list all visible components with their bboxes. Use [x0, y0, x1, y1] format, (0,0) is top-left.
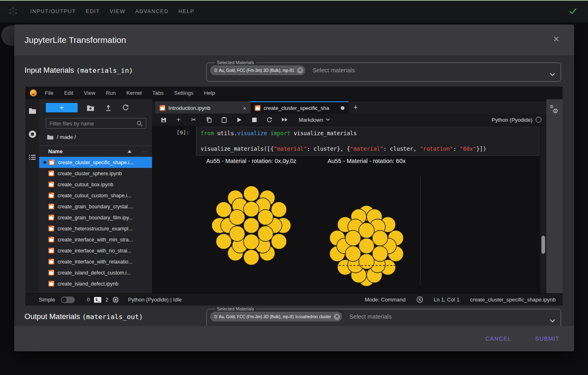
new-folder-icon[interactable]	[87, 105, 94, 111]
file-name: create_interface_with_no_strai...	[58, 248, 132, 254]
active-file-name[interactable]: create_cluster_specific_shape.ipynb	[470, 297, 556, 303]
jupyter-status-bar: Simple 0 $_ 2 Python (Pyodide) | Idle	[25, 293, 563, 306]
kernel-picker[interactable]: Python (Pyodide)	[492, 117, 541, 123]
output-caption: Au55 - Material - rotation: 0x,0y,0z	[206, 158, 297, 164]
settings-gears-icon[interactable]: ⚙⚙	[549, 105, 560, 116]
cut-cells-icon[interactable]: ✂	[190, 116, 197, 123]
notebook-scrollbar[interactable]	[540, 126, 546, 293]
running-sessions-icon[interactable]	[28, 130, 37, 138]
code-cell[interactable]: from utils.visualize import visualize_ma…	[196, 127, 539, 156]
file-row[interactable]: create_interface_with_min_stra...	[39, 234, 152, 245]
file-name: create_grain_boundary_crystal....	[58, 204, 134, 210]
output-materials-label: Output Materials (materials_out)	[25, 312, 143, 321]
restart-run-all-icon[interactable]	[281, 116, 288, 123]
chevron-down-icon[interactable]	[550, 319, 555, 323]
notebook-file-icon	[159, 105, 165, 111]
app-menu-item[interactable]: ADVANCED	[135, 8, 169, 14]
chip-remove-icon[interactable]: ✕	[334, 314, 340, 320]
file-row[interactable]: create_island_defect_custom.i...	[39, 267, 152, 278]
run-cell-icon[interactable]	[236, 116, 242, 123]
notebook-file-icon	[48, 170, 54, 176]
notebook-tab[interactable]: create_cluster_specific_sha	[250, 101, 349, 114]
folder-icon	[47, 134, 54, 140]
cluster-visualization-left	[210, 185, 292, 266]
notebook-content[interactable]: [9]: from utils.visualize import visuali…	[152, 126, 546, 293]
save-icon[interactable]	[160, 116, 167, 123]
file-filter-input[interactable]	[49, 121, 136, 127]
refresh-icon[interactable]	[122, 104, 129, 111]
jupyter-menu-item[interactable]: Run	[101, 90, 121, 96]
file-name: create_cutout_box.ipynb	[58, 182, 113, 188]
file-name: create_grain_boundary_film.ipy...	[58, 215, 133, 221]
copy-cells-icon[interactable]	[206, 116, 212, 123]
kernels-count[interactable]: 2	[105, 297, 108, 303]
paste-cells-icon[interactable]	[221, 116, 227, 123]
output-materials-select[interactable]: Selected Materials 0: Au, Gold, FCC (Fm-…	[206, 307, 561, 328]
tab-label: Introduction.ipynb	[168, 105, 238, 111]
notebook-toolbar: + ✂	[152, 114, 546, 126]
file-row[interactable]: create_cutout_custom_shape.i...	[39, 190, 152, 201]
app-menu-item[interactable]: HELP	[179, 8, 195, 14]
jupyter-menu-item[interactable]: Kernel	[121, 90, 147, 96]
output-material-chip[interactable]: 0: Au, Gold, FCC (Fm-3m) 3D (Bulk), mp-8…	[210, 312, 342, 321]
file-row[interactable]: create_island_defect.ipynb	[39, 278, 152, 289]
file-list: create_cluster_specific_shape.i...create…	[39, 157, 152, 289]
dialog-right-gutter: ⚙⚙	[546, 99, 563, 293]
file-filter-box[interactable]	[46, 118, 146, 129]
notebook-tab[interactable]: Introduction.ipynb×	[155, 101, 250, 114]
submit-button[interactable]: SUBMIT	[533, 335, 562, 342]
open-item-dot	[43, 161, 46, 164]
dialog-close-icon[interactable]: ×	[553, 33, 559, 44]
stop-kernel-icon[interactable]	[251, 116, 257, 123]
jupyter-menu-item[interactable]: File	[40, 90, 59, 96]
app-menu-item[interactable]: INPUT/OUTPUT	[30, 8, 76, 14]
jupyter-menu-item[interactable]: Settings	[169, 90, 199, 96]
file-row[interactable]: create_cluster_sphere.ipynb	[39, 168, 152, 179]
scrollbar-thumb[interactable]	[541, 236, 545, 254]
file-row[interactable]: create_grain_boundary_crystal....	[39, 201, 152, 212]
file-row[interactable]: create_cutout_box.ipynb	[39, 179, 152, 190]
notebook-file-icon	[48, 281, 54, 287]
add-tab-icon[interactable]: +	[349, 101, 363, 114]
jupyter-menu-item[interactable]: View	[78, 90, 101, 96]
insert-cell-icon[interactable]: +	[175, 116, 182, 123]
sort-ascending-icon[interactable]	[127, 150, 132, 153]
breadcrumb[interactable]: / made /	[47, 134, 152, 140]
jupyter-menu-item[interactable]: Tabs	[147, 90, 169, 96]
file-name: create_cluster_sphere.ipynb	[58, 171, 122, 176]
file-row[interactable]: create_interface_with_relaxatio...	[39, 256, 152, 267]
name-column-header[interactable]: Name	[39, 148, 63, 154]
input-materials-select[interactable]: Selected Materials 0: Au, Gold, FCC (Fm-…	[206, 60, 561, 82]
app-menu-item[interactable]: EDIT	[86, 8, 100, 14]
kernel-status-text[interactable]: Python (Pyodide) | Idle	[128, 297, 181, 303]
unsaved-changes-dot	[341, 106, 344, 110]
simple-mode-toggle[interactable]	[61, 297, 75, 303]
file-row[interactable]: create_grain_boundary_film.ipy...	[39, 212, 152, 223]
file-row[interactable]: create_cluster_specific_shape.i...	[39, 157, 152, 168]
file-browser-icon[interactable]	[29, 107, 36, 114]
file-row[interactable]: create_interface_with_no_strai...	[39, 245, 152, 256]
notebook-file-icon	[48, 203, 54, 210]
close-tab-icon[interactable]: ×	[243, 105, 246, 112]
input-material-chip[interactable]: 0: Au, Gold, FCC (Fm-3m) 3D (Bulk), mp-8…	[210, 65, 305, 75]
notebook-file-icon	[48, 214, 54, 221]
trust-shield-icon[interactable]	[416, 296, 423, 303]
table-of-contents-icon[interactable]	[29, 154, 36, 161]
new-launcher-button[interactable]: +	[46, 103, 78, 112]
app-menu-item[interactable]: VIEW	[110, 8, 125, 14]
jupyter-menu-item[interactable]: Help	[199, 90, 220, 96]
more-options-icon[interactable]: ···	[142, 148, 149, 154]
cursor-position[interactable]: Ln 1, Col 1	[434, 297, 460, 303]
chip-remove-icon[interactable]: ✕	[297, 67, 303, 74]
cell-type-select[interactable]: Markdown	[299, 117, 330, 123]
upload-icon[interactable]	[105, 104, 112, 111]
command-mode-indicator[interactable]: Mode: Command	[365, 297, 406, 303]
cancel-button[interactable]: CANCEL	[483, 335, 514, 342]
chevron-down-icon[interactable]	[550, 73, 555, 77]
file-row[interactable]: create_heterostructure_exampl...	[39, 223, 152, 234]
terminals-count[interactable]: 0	[87, 297, 90, 303]
jupyter-menu-item[interactable]: Edit	[59, 90, 78, 96]
restart-kernel-icon[interactable]	[266, 116, 273, 123]
notebook-tab-bar: Introduction.ipynb×create_cluster_specif…	[152, 101, 546, 114]
file-list-header[interactable]: Name ···	[39, 145, 152, 157]
